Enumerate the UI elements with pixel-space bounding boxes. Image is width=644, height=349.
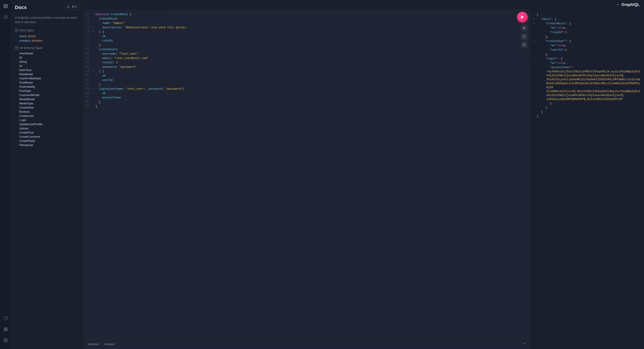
topbar: + GraphiQL xyxy=(167,0,644,10)
mutation-type-name: Mutation xyxy=(32,39,43,42)
schema-type-updateuserprofile[interactable]: UpdateUserProfile xyxy=(15,122,80,126)
code-line-7: 7 roleId xyxy=(84,39,530,43)
code-line-4: 4 description: "Administrator role with … xyxy=(84,26,530,30)
schema-type-mediamodel[interactable]: MediaModel xyxy=(15,97,80,101)
app-title: GraphiQL xyxy=(622,3,640,7)
schema-type-postvisibility[interactable]: PostVisibility xyxy=(15,85,80,89)
copy-query-button[interactable] xyxy=(521,33,528,40)
code-line-17: 17 } xyxy=(84,83,530,87)
svg-line-11 xyxy=(69,7,70,8)
code-line-18: 18 ▼ login(username: "test_user", passwo… xyxy=(84,87,530,92)
schema-type-posttype[interactable]: PostType xyxy=(15,89,80,93)
code-line-10: 10 username: "test_user" xyxy=(84,52,530,57)
json-createrole-ok: "ok": true, xyxy=(533,26,641,30)
schema-type-mediatype[interactable]: MediaType xyxy=(15,101,80,105)
settings-icon[interactable] xyxy=(2,337,9,344)
code-line-16: 16 userId xyxy=(84,79,530,83)
svg-rect-12 xyxy=(16,30,18,31)
json-login-accesstoken-key: "accessToken": xyxy=(533,65,641,70)
schema-type-fileupload[interactable]: FileUpload xyxy=(15,143,80,147)
schema-type-datetime[interactable]: DateTime xyxy=(15,68,80,72)
docs-search-button[interactable]: ⌘ K xyxy=(64,4,80,10)
code-line-3: 3 name: "Admin" xyxy=(84,22,530,26)
schema-type-int[interactable]: Int xyxy=(15,64,80,68)
json-login-ok: "ok": true, xyxy=(533,61,641,65)
schema-type-createpost[interactable]: CreatePost xyxy=(15,130,80,135)
merge-button[interactable] xyxy=(521,41,528,48)
schema-type-userprofilemodel[interactable]: UserProfileModel xyxy=(15,76,80,81)
variables-tab[interactable]: Variables xyxy=(87,341,99,346)
add-tab-button[interactable]: + xyxy=(616,3,619,7)
root-types-section[interactable]: Root Types xyxy=(15,28,80,33)
code-line-22: 22 } xyxy=(84,105,530,109)
response-panel: ▼ { ▼ "data": { ▼ "createRole": { "ok": xyxy=(530,10,644,349)
schema-type-upload[interactable]: Upload xyxy=(15,126,80,130)
json-createrole-roleid: "roleId": 1 xyxy=(533,30,641,35)
docs-sidebar: Docs ⌘ K A GraphQL schema provides a roo… xyxy=(12,0,84,349)
icon-bar xyxy=(0,0,12,349)
svg-rect-7 xyxy=(4,329,6,331)
run-button[interactable] xyxy=(517,12,528,22)
code-editor[interactable]: 1 ▼ mutation CreateRole { 2 createRole( … xyxy=(84,10,530,339)
all-schema-types-label: All Schema Types xyxy=(20,46,42,50)
schema-type-createcomment[interactable]: CreateComment xyxy=(15,135,80,139)
query-type-name: Query xyxy=(28,35,36,38)
all-schema-types-collapse-icon xyxy=(15,46,18,50)
schema-type-createuser[interactable]: CreateUser xyxy=(15,114,80,118)
json-data-close: } xyxy=(533,110,641,114)
code-line-21: 21 } xyxy=(84,100,530,105)
json-root-open: ▼ { xyxy=(533,13,641,17)
schema-type-postmodel[interactable]: PostModel xyxy=(15,81,80,85)
svg-point-10 xyxy=(67,6,69,8)
root-types-collapse-icon xyxy=(15,29,18,32)
docs-description: A GraphQL schema provides a root type fo… xyxy=(15,16,80,24)
svg-rect-15 xyxy=(524,36,526,38)
history-icon[interactable] xyxy=(2,14,9,21)
code-line-8: 8 } xyxy=(84,43,530,48)
code-line-13: 13 password: "password" xyxy=(84,65,530,70)
json-createuser-userid: "userId": 1 xyxy=(533,48,641,52)
code-line-14: 14 ▼ ) { xyxy=(84,70,530,74)
code-line-20: 20 accessToken xyxy=(84,96,530,100)
json-createuser-ok: "ok": true, xyxy=(533,43,641,48)
schema-type-rolemodel[interactable]: RoleModel xyxy=(15,72,80,76)
query-type-item[interactable]: query: Query xyxy=(15,34,80,38)
code-line-12: 12 roleId: 1 xyxy=(84,61,530,65)
svg-rect-5 xyxy=(4,328,6,329)
editor-panel: 1 ▼ mutation CreateRole { 2 createRole( … xyxy=(84,10,530,349)
docs-icon[interactable] xyxy=(2,3,9,10)
json-createrole-close: }, xyxy=(533,35,641,39)
mutation-keyword: mutation xyxy=(19,39,30,42)
schema-type-id[interactable]: ID xyxy=(15,56,80,60)
refresh-icon[interactable] xyxy=(2,315,9,322)
docs-search-label: ⌘ K xyxy=(72,5,77,8)
editor-toolbar xyxy=(521,25,528,48)
json-login-close: } xyxy=(533,106,641,110)
prettify-button[interactable] xyxy=(521,25,528,32)
schema-type-string[interactable]: String xyxy=(15,60,80,64)
svg-rect-13 xyxy=(16,48,18,48)
schema-type-boolean[interactable]: Boolean xyxy=(15,110,80,114)
json-login-key: ▼ "login": { xyxy=(533,57,641,61)
headers-tab[interactable]: Headers xyxy=(104,341,115,346)
json-login-inner-close: } xyxy=(533,101,641,106)
code-line-15: 15 ok xyxy=(84,74,530,79)
shortcut-icon[interactable] xyxy=(2,326,9,333)
code-line-9: 9 createUser( xyxy=(84,48,530,52)
bottom-collapse-icon[interactable] xyxy=(523,342,526,346)
schema-type-createreply[interactable]: CreateReply xyxy=(15,139,80,143)
docs-title: Docs xyxy=(15,5,27,10)
bottom-bar: Variables Headers xyxy=(84,339,530,349)
code-line-1: 1 ▼ mutation CreateRole { xyxy=(84,13,530,17)
schema-type-login[interactable]: Login xyxy=(15,118,80,122)
all-schema-types-section[interactable]: All Schema Types xyxy=(15,45,80,51)
schema-type-createrole[interactable]: CreateRole xyxy=(15,105,80,110)
json-createrole-key: ▼ "createRole": { xyxy=(533,22,641,26)
query-keyword: query xyxy=(19,35,26,38)
code-line-2: 2 createRole( xyxy=(84,17,530,22)
schema-type-usermodel[interactable]: UserModel xyxy=(15,51,80,56)
json-createuser-key: ▼ "createUser": { xyxy=(533,39,641,43)
schema-type-commentmodel[interactable]: CommentModel xyxy=(15,93,80,97)
root-types-label: Root Types xyxy=(20,29,34,32)
mutation-type-item[interactable]: mutation: Mutation xyxy=(15,38,80,43)
